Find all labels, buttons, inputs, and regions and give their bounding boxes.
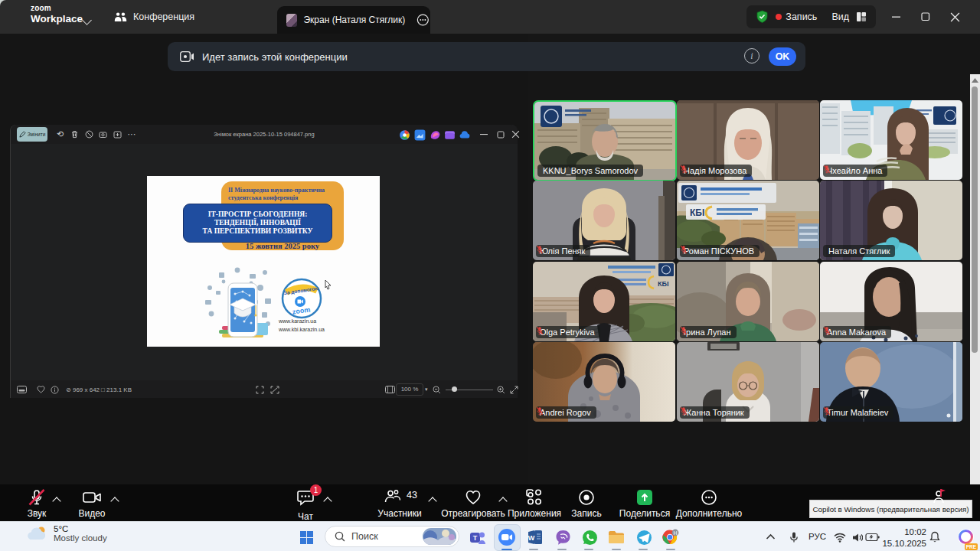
svg-text:КБІ: КБІ — [658, 280, 668, 288]
svg-text:КБІ: КБІ — [690, 207, 704, 218]
